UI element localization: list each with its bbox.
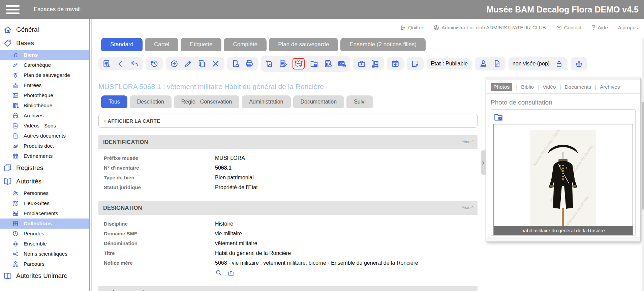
copy-icon: [197, 59, 206, 68]
view-tab-complete[interactable]: Complète: [224, 38, 267, 51]
hamburger-menu-icon[interactable]: [6, 5, 20, 14]
tab-documentation[interactable]: Documentation: [293, 95, 344, 108]
duplicate-record-button[interactable]: [197, 59, 206, 68]
sidebar-item-personnes[interactable]: Personnes: [0, 188, 89, 198]
media-tab-video[interactable]: Vidéo: [543, 84, 556, 90]
view-tab-etiquette[interactable]: Etiquette: [181, 38, 221, 51]
sidebar-item-general[interactable]: Général: [0, 23, 89, 36]
sidebar-item-carotheque[interactable]: Carothèque: [0, 60, 89, 70]
new-card-button[interactable]: [337, 59, 346, 68]
page-scrollbar[interactable]: [642, 38, 644, 291]
record-tabs: Tous Description Régie - Conservation Ad…: [101, 95, 478, 108]
books-icon: [12, 102, 19, 109]
user-circle-icon: [433, 25, 439, 31]
workspace-label[interactable]: Espaces de travail: [34, 6, 81, 13]
sidebar-item-collections[interactable]: Collections: [0, 219, 89, 229]
open-record-icon: [227, 269, 235, 277]
sidebar-item-phototheque[interactable]: Photothèque: [0, 90, 89, 100]
field-row: Notice mère5068 - vie militaire : vêteme…: [104, 258, 478, 268]
media-tab-documents[interactable]: Documents: [565, 84, 591, 90]
add-record-button[interactable]: [170, 59, 179, 68]
view-tab-cartel[interactable]: Cartel: [145, 38, 178, 51]
contact-link[interactable]: Contact: [556, 25, 582, 31]
sidebar-item-autorites[interactable]: Autorités: [0, 175, 89, 188]
open-media-folder-button[interactable]: [493, 112, 503, 122]
tab-description[interactable]: Description: [130, 95, 172, 108]
scroll-top-link[interactable]: ^haut^: [462, 140, 473, 144]
about-link[interactable]: A propos: [618, 25, 638, 30]
sidebar-item-parcours[interactable]: Parcours: [0, 259, 89, 269]
tab-tous[interactable]: Tous: [101, 95, 127, 108]
show-map-toggle[interactable]: + AFFICHER LA CARTE: [98, 114, 478, 128]
card-plus-icon: [337, 59, 346, 68]
sidebar-item-autres-documents[interactable]: Autres documents: [0, 131, 89, 141]
sidebar-item-videos-sons[interactable]: Vidéos - Sons: [0, 121, 89, 131]
search-list-button[interactable]: [102, 59, 111, 68]
page-scrollbar-thumb[interactable]: [642, 102, 644, 210]
media-tab-biblio[interactable]: Biblio: [521, 84, 534, 90]
media-tab-archives[interactable]: Archives: [600, 84, 620, 90]
tab-administration[interactable]: Administration: [242, 95, 290, 108]
valuation-button[interactable]: [324, 59, 332, 68]
print-button[interactable]: [245, 59, 254, 68]
calendar-plus-icon: [391, 59, 400, 68]
sidebar-item-evenements[interactable]: Evènements: [0, 151, 89, 161]
view-tabs: Standard Cartel Etiquette Complète Plan …: [101, 38, 478, 51]
section-header-creation-execution: CRÉATION-EXÉCUTION ^haut^: [98, 286, 478, 291]
consultation-photo[interactable]: Musée de l'Armée - RMN de l'Armée - RMNM…: [493, 124, 633, 235]
quit-button[interactable]: Quitter: [400, 25, 423, 31]
sidebar-item-produits-doc[interactable]: Produits doc.: [0, 141, 89, 151]
open-notice-button[interactable]: [227, 269, 235, 277]
sidebar-item-archives[interactable]: Archives: [0, 111, 89, 121]
folder-image-icon: [493, 112, 503, 122]
tab-regie-conservation[interactable]: Régie - Conservation: [174, 95, 239, 108]
media-tab-photos[interactable]: Photos: [491, 83, 512, 91]
sidebar-item-entrees[interactable]: Entrées: [0, 80, 89, 90]
note-button[interactable]: [411, 59, 420, 68]
transport-button[interactable]: [371, 59, 380, 68]
folder-media-button[interactable]: [310, 59, 318, 68]
hierarchy-icon: [12, 261, 19, 267]
paper-stack-icon: [12, 143, 19, 149]
view-tab-plan-de-sauvegarde[interactable]: Plan de sauvegarde: [269, 38, 338, 51]
search-notice-button[interactable]: [215, 269, 222, 277]
form-edit-button[interactable]: [279, 59, 287, 68]
movement-box-button[interactable]: [294, 59, 303, 68]
previous-record-button[interactable]: [116, 59, 125, 68]
scroll-top-link[interactable]: ^haut^: [462, 205, 473, 210]
picture-icon: [12, 92, 19, 99]
sidebar-item-registres[interactable]: Registres: [0, 161, 89, 175]
sidebar-item-periodes[interactable]: Périodes: [0, 229, 89, 239]
view-tab-ensemble[interactable]: Ensemble (2 notices filles): [340, 38, 425, 51]
sidebar-item-noms-scientifiques[interactable]: Noms scientifiques: [0, 249, 89, 259]
sidebar-item-emplacements[interactable]: Emplacements: [0, 208, 89, 219]
carrot-icon: [12, 62, 19, 68]
sidebar-item-biens[interactable]: Biens: [0, 50, 89, 60]
add-event-button[interactable]: [391, 59, 400, 68]
view-tab-standard[interactable]: Standard: [101, 38, 143, 51]
sidebar-divider: [89, 19, 92, 291]
help-link[interactable]: ? Aide: [592, 24, 608, 31]
attach-document-button[interactable]: [265, 59, 274, 68]
sidebar-item-bibliotheque[interactable]: Bibliothèque: [0, 100, 89, 111]
delete-record-button[interactable]: [211, 59, 220, 68]
print-preview-button[interactable]: [231, 59, 240, 68]
sidebar-item-ensemble[interactable]: Ensemble: [0, 239, 89, 249]
edit-record-button[interactable]: [184, 59, 192, 68]
history-button[interactable]: [150, 59, 159, 68]
app-title: Musée BAM Decalog Flora DEMO v4.5: [486, 5, 639, 14]
regie-button[interactable]: [357, 59, 366, 68]
tab-suivi[interactable]: Suivi: [346, 95, 373, 108]
back-button[interactable]: [130, 59, 139, 68]
field-row: DisciplineHistoire: [104, 219, 478, 229]
inbox-down-icon: [12, 82, 19, 89]
sidebar-item-lieux-sites[interactable]: Lieux-Sites: [0, 198, 89, 208]
chevron-left-icon: [116, 59, 125, 68]
sidebar-item-autorites-unimarc[interactable]: Autorités Unimarc: [0, 269, 89, 283]
note-icon: [411, 59, 420, 68]
sidebar-item-bases[interactable]: Bases: [0, 36, 89, 50]
panel-collapse-handle[interactable]: ❯: [481, 150, 486, 175]
sidebar-item-plan-de-sauvegarde[interactable]: Plan de sauvegarde: [0, 70, 89, 80]
current-user[interactable]: Administrateur-club ADMINISTRATEUR-CLUB: [433, 25, 546, 31]
open-box-arrow-icon: [294, 59, 303, 68]
